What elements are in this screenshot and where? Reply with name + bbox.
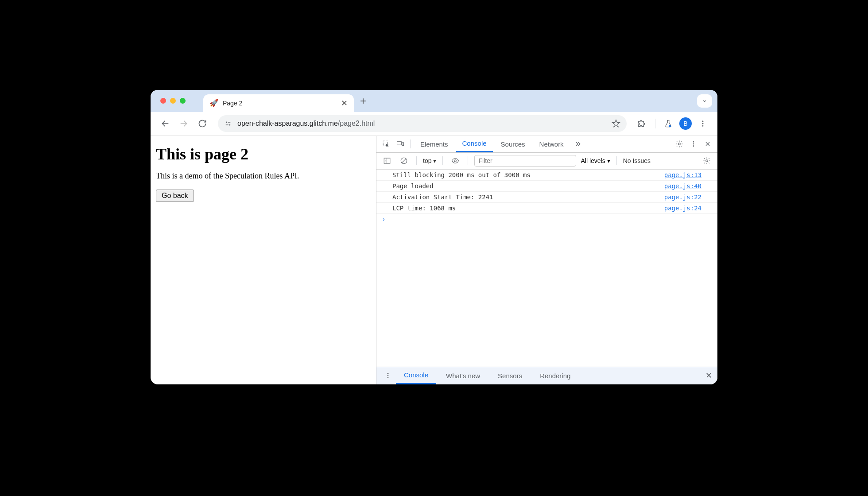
tab-bar: 🚀 Page 2 ✕ + <box>151 90 717 112</box>
url-text: open-chalk-asparagus.glitch.me/page2.htm… <box>237 120 606 128</box>
tab-network[interactable]: Network <box>533 136 570 152</box>
dots-vertical-icon <box>699 120 707 128</box>
chevron-down-icon <box>701 98 708 104</box>
separator <box>442 156 443 165</box>
extensions-button[interactable] <box>635 116 650 131</box>
console-log-row: LCP time: 1068 ms page.js:24 <box>376 203 717 214</box>
issues-text[interactable]: No Issues <box>623 157 651 164</box>
arrow-left-icon <box>161 119 170 128</box>
toolbar-divider <box>655 119 655 128</box>
favicon-icon: 🚀 <box>209 99 218 107</box>
live-expression-icon[interactable] <box>449 155 461 167</box>
clear-console-icon[interactable] <box>398 155 410 167</box>
device-toolbar-icon[interactable] <box>394 138 407 150</box>
drawer-tab-whats-new[interactable]: What's new <box>438 367 488 384</box>
address-bar[interactable]: open-chalk-asparagus.glitch.me/page2.htm… <box>218 115 627 132</box>
console-body: Still blocking 2000 ms out of 3000 ms pa… <box>376 170 717 367</box>
gear-icon <box>703 157 711 165</box>
tab-console[interactable]: Console <box>456 136 493 152</box>
window-controls <box>156 98 190 104</box>
log-source-link[interactable]: page.js:40 <box>664 182 701 190</box>
drawer-tab-console[interactable]: Console <box>396 367 436 384</box>
star-icon[interactable] <box>612 119 620 128</box>
devtools-tabs: Elements Console Sources Network <box>376 136 717 153</box>
new-tab-button[interactable]: + <box>354 95 372 107</box>
drawer-close-icon[interactable]: ✕ <box>705 371 712 380</box>
separator <box>616 156 617 165</box>
log-source-link[interactable]: page.js:24 <box>664 205 701 212</box>
console-log-row: Still blocking 2000 ms out of 3000 ms pa… <box>376 170 717 181</box>
page-heading: This is page 2 <box>156 145 371 163</box>
site-settings-icon[interactable] <box>224 120 232 128</box>
svg-rect-8 <box>402 143 404 146</box>
page-content: This is page 2 This is a demo of the Spe… <box>151 136 376 384</box>
svg-point-3 <box>702 120 704 122</box>
labs-button[interactable] <box>661 116 676 131</box>
separator <box>410 140 411 148</box>
close-icon <box>704 140 711 147</box>
svg-point-19 <box>388 377 389 378</box>
browser-toolbar: open-chalk-asparagus.glitch.me/page2.htm… <box>151 112 717 136</box>
drawer-menu-icon[interactable] <box>382 369 394 382</box>
tab-title: Page 2 <box>223 100 337 107</box>
tabs-menu-button[interactable] <box>697 94 712 108</box>
devtools-drawer: Console What's new Sensors Rendering ✕ <box>376 367 717 384</box>
page-description: This is a demo of the Speculation Rules … <box>156 171 371 181</box>
separator <box>468 156 468 165</box>
log-message: Still blocking 2000 ms out of 3000 ms <box>392 171 531 178</box>
svg-point-16 <box>706 160 708 162</box>
log-levels-selector[interactable]: All levels ▾ <box>581 157 610 164</box>
tab-sources[interactable]: Sources <box>495 136 531 152</box>
devtools-close-icon[interactable] <box>701 138 714 150</box>
puzzle-icon <box>638 119 647 128</box>
dots-vertical-icon <box>384 372 391 379</box>
context-selector[interactable]: top ▾ <box>423 157 436 164</box>
toggle-sidebar-icon[interactable] <box>381 155 393 167</box>
devtools-menu-icon[interactable] <box>687 138 700 150</box>
console-prompt[interactable]: › <box>376 214 717 225</box>
drawer-tab-rendering[interactable]: Rendering <box>532 367 578 384</box>
flask-icon <box>664 119 673 128</box>
svg-point-4 <box>702 123 704 124</box>
console-log-row: Page loaded page.js:40 <box>376 181 717 192</box>
log-source-link[interactable]: page.js:13 <box>664 171 701 178</box>
svg-point-0 <box>226 122 227 123</box>
svg-point-2 <box>669 125 671 127</box>
arrow-right-icon <box>179 119 188 128</box>
svg-point-1 <box>229 124 230 126</box>
log-message: LCP time: 1068 ms <box>392 205 456 212</box>
close-window-icon[interactable] <box>160 98 166 104</box>
console-toolbar: top ▾ All levels ▾ No Issues <box>376 153 717 170</box>
browser-window: 🚀 Page 2 ✕ + open-chalk-asparagus.glitch… <box>151 90 717 384</box>
maximize-window-icon[interactable] <box>180 98 186 104</box>
log-message: Page loaded <box>392 182 434 190</box>
forward-button[interactable] <box>176 116 191 131</box>
devtools-panel: Elements Console Sources Network <box>376 136 717 384</box>
console-log-row: Activation Start Time: 2241 page.js:22 <box>376 192 717 203</box>
profile-avatar[interactable]: B <box>679 117 692 130</box>
filter-input[interactable] <box>474 155 576 167</box>
menu-button[interactable] <box>695 116 710 131</box>
reload-icon <box>198 119 207 128</box>
reload-button[interactable] <box>195 116 210 131</box>
log-source-link[interactable]: page.js:22 <box>664 194 701 201</box>
close-tab-icon[interactable]: ✕ <box>341 98 348 108</box>
dots-vertical-icon <box>690 140 697 147</box>
svg-point-18 <box>388 375 389 376</box>
svg-point-12 <box>693 145 694 147</box>
devtools-settings-icon[interactable] <box>673 138 686 150</box>
avatar-letter: B <box>683 120 687 127</box>
svg-point-11 <box>693 143 694 145</box>
go-back-button[interactable]: Go back <box>156 190 194 202</box>
inspect-element-icon[interactable] <box>380 138 392 150</box>
back-button[interactable] <box>158 116 173 131</box>
svg-rect-7 <box>397 142 402 145</box>
drawer-tab-sensors[interactable]: Sensors <box>490 367 530 384</box>
tab-elements[interactable]: Elements <box>414 136 454 152</box>
minimize-window-icon[interactable] <box>170 98 176 104</box>
levels-label: All levels <box>581 157 605 164</box>
content-area: This is page 2 This is a demo of the Spe… <box>151 136 717 384</box>
console-settings-icon[interactable] <box>701 155 713 167</box>
browser-tab[interactable]: 🚀 Page 2 ✕ <box>203 94 354 112</box>
more-tabs-icon[interactable] <box>572 138 584 150</box>
